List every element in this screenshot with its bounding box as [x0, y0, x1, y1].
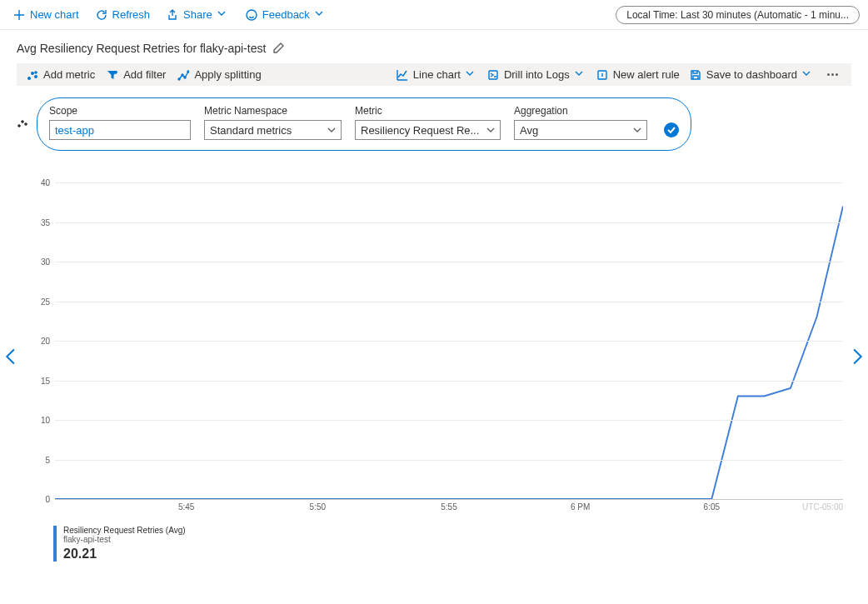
add-metric-label: Add metric [43, 68, 95, 81]
logs-icon [487, 69, 499, 81]
chevron-down-icon [802, 69, 814, 81]
save-icon [690, 69, 701, 81]
x-tick: 5:55 [441, 502, 456, 512]
smiley-icon [246, 9, 257, 21]
x-tick: 5:45 [178, 502, 194, 512]
aggregation-select[interactable]: Avg [514, 120, 647, 140]
chevron-down-icon [315, 9, 327, 21]
x-tick: 6:05 [704, 502, 720, 512]
svg-point-0 [247, 10, 257, 20]
save-dashboard-label: Save to dashboard [706, 68, 797, 81]
refresh-label: Refresh [112, 8, 151, 21]
share-button[interactable]: Share [162, 5, 234, 24]
confirm-metric-button[interactable] [664, 122, 679, 137]
y-tick: 30 [41, 257, 50, 267]
x-tick: 6 PM [571, 502, 590, 512]
chart-legend[interactable]: Resiliency Request Retries (Avg) flaky-a… [53, 526, 868, 562]
data-line [55, 207, 843, 500]
add-filter-button[interactable]: Add filter [107, 68, 166, 81]
legend-color-swatch [53, 526, 57, 562]
y-tick: 20 [41, 337, 50, 346]
series-glyph-icon [17, 117, 28, 132]
chevron-down-icon [327, 126, 336, 134]
new-chart-label: New chart [30, 8, 79, 21]
y-tick: 5 [45, 455, 50, 464]
svg-point-10 [18, 124, 21, 127]
refresh-icon [96, 9, 107, 21]
metric-label: Metric [355, 105, 501, 117]
namespace-label: Metric Namespace [204, 105, 342, 117]
plus-icon [13, 9, 25, 21]
new-chart-button[interactable]: New chart [8, 5, 84, 24]
svg-point-6 [184, 77, 186, 78]
chart-area: 0510152025303540 5:455:505:556 PM6:05UTC… [25, 182, 843, 516]
metric-select[interactable]: Resiliency Request Re... [355, 120, 501, 140]
svg-point-5 [182, 74, 183, 76]
line-chart-icon [397, 69, 408, 81]
svg-point-2 [32, 72, 34, 74]
add-metric-icon [27, 69, 38, 81]
metric-picker: Scope test-app Metric Namespace Standard… [37, 97, 691, 151]
chevron-down-icon [217, 9, 229, 21]
save-dashboard-button[interactable]: Save to dashboard [690, 68, 814, 81]
chart-title: Avg Resiliency Request Retries for flaky… [17, 42, 266, 55]
y-tick: 10 [41, 416, 50, 425]
y-tick: 15 [41, 376, 50, 385]
svg-point-7 [187, 71, 189, 72]
new-alert-button[interactable]: New alert rule [596, 68, 680, 81]
drill-logs-label: Drill into Logs [504, 68, 570, 81]
chevron-down-icon [633, 126, 641, 134]
chevron-down-icon [466, 69, 477, 81]
next-chart-button[interactable] [848, 348, 865, 365]
new-alert-label: New alert rule [613, 68, 680, 81]
chart-type-button[interactable]: Line chart [397, 68, 477, 81]
drill-logs-button[interactable]: Drill into Logs [487, 68, 586, 81]
scope-label: Scope [49, 105, 191, 117]
split-icon [177, 69, 189, 81]
apply-splitting-button[interactable]: Apply splitting [177, 68, 261, 81]
svg-point-11 [22, 120, 24, 122]
y-tick: 40 [41, 178, 50, 187]
feedback-button[interactable]: Feedback [241, 5, 332, 24]
svg-point-12 [25, 122, 27, 125]
svg-point-3 [35, 75, 37, 77]
filter-icon [107, 69, 118, 81]
share-label: Share [183, 8, 212, 21]
aggregation-label: Aggregation [514, 105, 647, 117]
time-range-pill[interactable]: Local Time: Last 30 minutes (Automatic -… [616, 6, 860, 24]
chevron-down-icon [486, 126, 495, 134]
share-icon [167, 9, 178, 21]
refresh-button[interactable]: Refresh [91, 5, 156, 24]
y-tick: 25 [41, 297, 50, 306]
timezone-label: UTC-05:00 [802, 502, 843, 512]
prev-chart-button[interactable] [3, 348, 20, 365]
legend-value: 20.21 [63, 546, 186, 562]
legend-source-name: flaky-api-test [63, 535, 186, 544]
add-filter-label: Add filter [123, 68, 166, 81]
namespace-select[interactable]: Standard metrics [204, 120, 342, 140]
legend-metric-name: Resiliency Request Retries (Avg) [63, 526, 186, 535]
svg-point-4 [178, 78, 180, 80]
chart-type-label: Line chart [413, 68, 461, 81]
y-tick: 0 [45, 495, 50, 504]
x-tick: 5:50 [310, 502, 326, 512]
scope-input[interactable]: test-app [49, 120, 191, 140]
chevron-down-icon [575, 69, 586, 81]
add-metric-button[interactable]: Add metric [27, 68, 95, 81]
apply-splitting-label: Apply splitting [194, 68, 261, 81]
edit-icon[interactable] [272, 42, 284, 54]
y-tick: 35 [41, 217, 50, 227]
svg-point-1 [28, 77, 31, 79]
feedback-label: Feedback [262, 8, 310, 21]
check-icon [667, 126, 676, 134]
alert-icon [596, 69, 608, 81]
more-button[interactable] [824, 73, 841, 76]
